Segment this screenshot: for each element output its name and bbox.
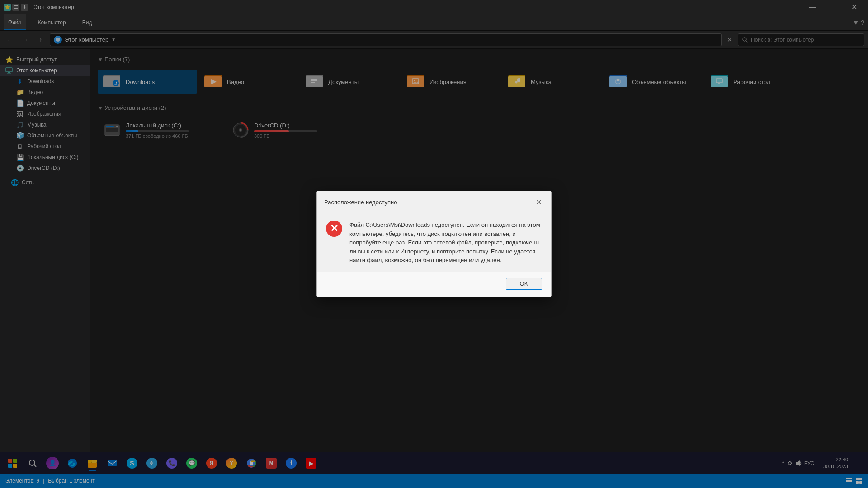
dialog-close-button[interactable]: ✕ bbox=[533, 197, 544, 207]
dialog-message: Файл C:\Users\Msi\Downloads недоступен. … bbox=[349, 221, 542, 265]
error-icon: ✕ bbox=[326, 221, 342, 237]
dialog-title-bar: Расположение недоступно ✕ bbox=[317, 191, 551, 211]
dialog-overlay[interactable]: Расположение недоступно ✕ ✕ Файл C:\User… bbox=[0, 0, 868, 488]
dialog-body: ✕ Файл C:\Users\Msi\Downloads недоступен… bbox=[317, 211, 551, 272]
error-dialog: Расположение недоступно ✕ ✕ Файл C:\User… bbox=[316, 191, 552, 297]
dialog-ok-button[interactable]: OK bbox=[506, 278, 542, 290]
dialog-title: Расположение недоступно bbox=[324, 199, 397, 206]
dialog-footer: OK bbox=[317, 272, 551, 297]
